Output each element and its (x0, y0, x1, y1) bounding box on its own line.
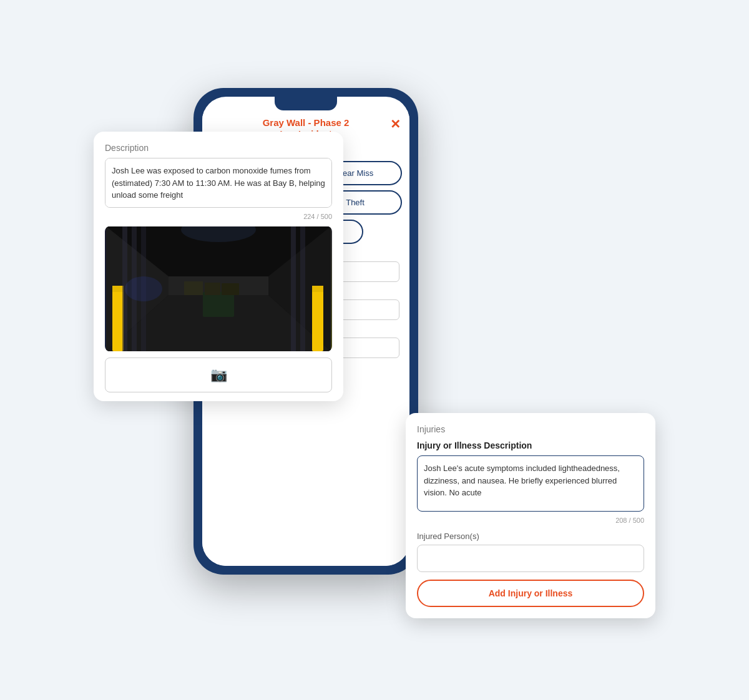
svg-rect-8 (312, 289, 323, 351)
description-card: Description Josh Lee was exposed to carb… (94, 132, 343, 401)
description-textarea[interactable]: Josh Lee was exposed to carbon monoxide … (105, 158, 332, 208)
phone-title: Gray Wall - Phase 2 (212, 117, 399, 129)
phone-notch (275, 97, 337, 110)
injuries-card: Injuries Injury or Illness Description J… (406, 413, 655, 618)
svg-rect-7 (112, 286, 124, 292)
close-button[interactable]: ✕ (390, 117, 401, 132)
svg-rect-19 (184, 281, 203, 295)
add-injury-button[interactable]: Add Injury or Illness (417, 580, 644, 607)
camera-icon: 📷 (210, 367, 227, 382)
injury-desc-label: Injury or Illness Description (417, 440, 644, 450)
svg-rect-6 (112, 289, 124, 351)
injury-char-count: 208 / 500 (417, 517, 644, 524)
svg-point-18 (125, 276, 162, 301)
svg-rect-20 (205, 283, 220, 295)
camera-button[interactable]: 📷 (105, 357, 332, 392)
description-char-count: 224 / 500 (105, 213, 332, 220)
injured-persons-label: Injured Person(s) (417, 532, 644, 541)
description-label: Description (105, 143, 332, 153)
svg-rect-21 (222, 283, 239, 295)
injuries-title: Injuries (417, 424, 644, 434)
scene: Gray Wall - Phase 2 Log Incident ✕ Repor… (94, 69, 655, 631)
svg-rect-15 (203, 292, 234, 317)
warehouse-image (105, 226, 332, 351)
injury-description-textarea[interactable]: Josh Lee's acute symptoms included light… (417, 455, 644, 512)
injured-persons-box[interactable] (417, 545, 644, 572)
svg-rect-9 (312, 286, 323, 292)
